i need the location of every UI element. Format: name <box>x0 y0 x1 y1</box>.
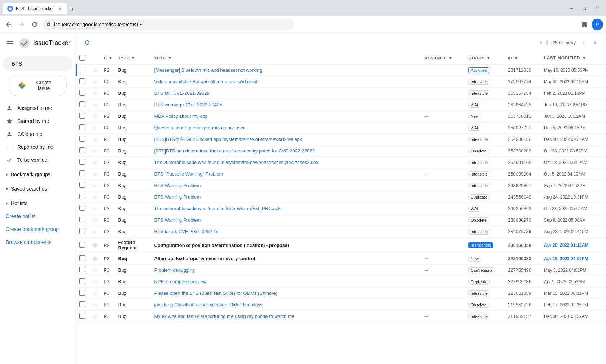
star-button[interactable]: ☆ <box>92 148 97 154</box>
title-cell[interactable]: Alternate text property need for every c… <box>152 253 422 265</box>
star-button[interactable]: ☆ <box>92 125 97 131</box>
title-link[interactable]: NPE in compose preview <box>154 279 207 284</box>
sidebar-item-reported-by-me[interactable]: Reported by me <box>0 141 71 154</box>
profile-button[interactable]: P <box>592 19 603 30</box>
title-link[interactable]: Problem debugging <box>154 267 195 273</box>
title-link[interactable]: BTS failed: CVE-2021-0952 fail <box>154 229 220 234</box>
star-button[interactable]: ☆ <box>92 171 97 177</box>
star-button[interactable]: ☆ <box>92 205 97 212</box>
bookmark-groups-header[interactable]: ▾ Bookmark groups <box>0 168 75 181</box>
row-checkbox[interactable] <box>79 159 85 165</box>
title-link[interactable]: MBA Policy about my app <box>154 114 208 119</box>
row-checkbox[interactable] <box>79 278 85 284</box>
title-link[interactable]: Question about queries per minute per us… <box>154 125 245 130</box>
title-cell[interactable]: Question about queries per minute per us… <box>152 122 422 134</box>
row-checkbox[interactable] <box>79 301 85 307</box>
title-link[interactable]: [Messenger] Bluetooth mic and headset no… <box>154 67 262 73</box>
col-assignee[interactable]: ASSIGNEE ▾ <box>422 52 465 65</box>
hotlists-header[interactable]: ▾ Hotlists <box>0 197 75 210</box>
tab-close-button[interactable]: ✕ <box>57 6 63 12</box>
row-checkbox[interactable] <box>79 290 85 296</box>
row-checkbox[interactable] <box>79 255 85 261</box>
title-cell[interactable]: The vulnerable code was found in SetupWi… <box>152 203 422 214</box>
row-checkbox[interactable] <box>79 136 85 142</box>
title-link[interactable]: The vulnerable code was found in SetupWi… <box>154 206 281 211</box>
title-link[interactable]: BTS "Possbile Warning" Problem <box>154 171 223 177</box>
title-link[interactable]: BTS warning：CVE-2022-20425 <box>154 102 222 107</box>
col-id[interactable]: ID ▾ <box>505 52 541 65</box>
maximize-button[interactable]: □ <box>579 2 590 14</box>
title-cell[interactable]: BTS "Possbile Warning" Problem <box>152 168 422 180</box>
title-cell[interactable]: The vulnerable code was found in /system… <box>152 157 422 168</box>
star-button[interactable]: ☆ <box>92 102 97 108</box>
hamburger-button[interactable] <box>6 36 14 50</box>
star-button[interactable]: ☆ <box>92 79 97 85</box>
sidebar-item-assigned-to-me[interactable]: Assigned to me <box>0 102 71 115</box>
title-link[interactable]: My ex wife abd family are torturing me u… <box>154 314 295 319</box>
title-cell[interactable]: BTS Warning Problem <box>152 191 422 203</box>
col-status[interactable]: STATUS ▾ <box>465 52 505 65</box>
star-button[interactable]: ☆ <box>92 136 97 142</box>
star-button[interactable]: ☆ <box>92 279 97 285</box>
sidebar-item-starred-by-me[interactable]: Starred by me <box>0 115 71 128</box>
title-cell[interactable]: My ex wife abd family are torturing me u… <box>152 311 422 322</box>
row-checkbox[interactable] <box>80 67 85 72</box>
col-type[interactable]: TYPE ▾ <box>115 52 152 65</box>
col-priority[interactable]: P ▾ <box>101 52 115 65</box>
title-cell[interactable]: [BTS]BTS has determined that a required … <box>152 145 422 157</box>
close-window-button[interactable]: ✕ <box>592 2 603 14</box>
select-all-checkbox[interactable] <box>79 55 85 61</box>
title-cell[interactable]: BTS Warning Problem <box>152 180 422 191</box>
row-checkbox[interactable] <box>79 217 85 222</box>
star-button[interactable]: ☆ <box>92 256 97 262</box>
next-page-button[interactable]: › <box>590 37 600 48</box>
refresh-button[interactable] <box>82 37 93 48</box>
create-issue-button[interactable]: Create Issue <box>9 75 67 96</box>
title-cell[interactable]: Video unavailable But api still return a… <box>152 76 422 88</box>
forward-button[interactable] <box>16 19 27 30</box>
title-link[interactable]: BTS Warning Problem <box>154 194 201 200</box>
title-cell[interactable]: java.lang.ClassNotFoundException: Didn't… <box>152 299 422 311</box>
title-link[interactable]: The vulnerable code was found in /system… <box>154 160 319 165</box>
row-checkbox[interactable] <box>79 205 85 211</box>
create-bookmark-group-action[interactable]: Create bookmark group <box>0 223 75 236</box>
star-button[interactable]: ☆ <box>92 67 97 73</box>
new-tab-button[interactable]: + <box>67 4 77 14</box>
row-checkbox[interactable] <box>79 113 85 119</box>
title-link[interactable]: BTS fail, CVE-2021-39628 <box>154 90 210 96</box>
address-bar[interactable]: issuetracker.google.com/issues?q=BTS <box>42 19 294 30</box>
row-checkbox[interactable] <box>79 170 85 176</box>
active-tab[interactable]: BTS - Issue Tracker ✕ <box>3 3 67 14</box>
title-link[interactable]: BTS Warning Problem <box>154 183 201 188</box>
bookmark-button[interactable] <box>579 19 590 30</box>
title-cell[interactable]: BTS fail, CVE-2021-39628 <box>152 88 422 99</box>
title-link[interactable]: BTS Warning Problem <box>154 217 201 223</box>
saved-searches-header[interactable]: ▾ Saved searches <box>0 182 75 195</box>
sidebar-item-ccd-to-me[interactable]: CC'd to me <box>0 128 71 141</box>
title-link[interactable]: Alternate text property need for every c… <box>154 256 255 261</box>
row-checkbox[interactable] <box>79 313 85 319</box>
row-checkbox[interactable] <box>79 228 85 234</box>
star-button[interactable]: ☆ <box>92 113 97 119</box>
sidebar-item-to-be-verified[interactable]: To be verified <box>0 154 71 167</box>
reload-button[interactable] <box>29 19 40 30</box>
search-input[interactable]: BTS <box>12 61 76 67</box>
title-link[interactable]: [BTS]BTS has determined that a required … <box>154 148 315 154</box>
title-link[interactable]: [BTS]BTS存在FAIL:Blocked app /system/frame… <box>154 137 302 142</box>
row-checkbox[interactable] <box>79 147 85 153</box>
col-modified[interactable]: LAST MODIFIED ▾ <box>541 52 606 65</box>
minimize-button[interactable]: ─ <box>566 2 577 14</box>
row-checkbox[interactable] <box>79 78 85 84</box>
row-checkbox[interactable] <box>79 124 85 130</box>
title-link[interactable]: Please open the BTS (Build Test Suite) f… <box>154 290 278 296</box>
title-cell[interactable]: BTS warning：CVE-2022-20425 <box>152 99 422 111</box>
star-button[interactable]: ☆ <box>92 217 97 223</box>
title-link[interactable]: java.lang.ClassNotFoundException: Didn't… <box>154 302 263 307</box>
row-checkbox[interactable] <box>79 182 85 188</box>
star-button[interactable]: ☆ <box>92 228 97 235</box>
star-button[interactable]: ☆ <box>92 242 97 248</box>
row-checkbox[interactable] <box>79 267 85 272</box>
title-cell[interactable]: BTS failed: CVE-2021-0952 fail <box>152 226 422 238</box>
create-hotlist-action[interactable]: Create hotlist <box>0 210 75 223</box>
row-checkbox[interactable] <box>79 101 85 107</box>
